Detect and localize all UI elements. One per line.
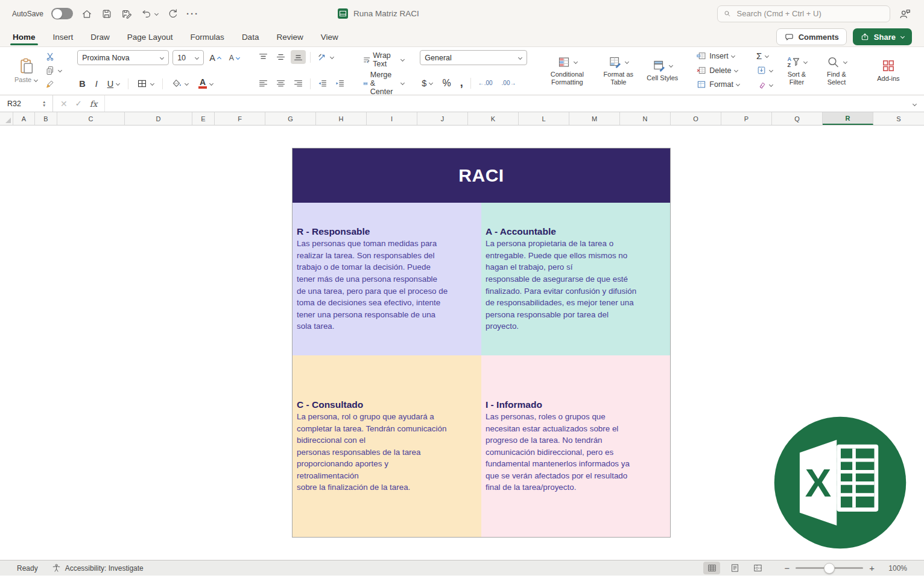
underline-button[interactable]: U: [106, 78, 122, 90]
font-size-select[interactable]: 10: [172, 50, 204, 65]
zoom-percentage[interactable]: 100%: [884, 564, 907, 573]
insert-cells-button[interactable]: Insert: [695, 50, 742, 62]
more-commands-icon[interactable]: ···: [186, 8, 199, 19]
page-layout-view-button[interactable]: [726, 562, 743, 574]
column-header-g[interactable]: G: [265, 112, 316, 125]
column-header-r-active[interactable]: R: [823, 112, 873, 125]
column-header-s[interactable]: S: [873, 112, 924, 125]
bold-button[interactable]: B: [77, 78, 87, 90]
column-header-j[interactable]: J: [417, 112, 468, 125]
addins-button[interactable]: Add-ins: [868, 57, 909, 84]
formula-input[interactable]: [104, 95, 905, 112]
decrease-decimal-button[interactable]: .00→: [500, 78, 518, 87]
autosave-toggle[interactable]: [51, 8, 73, 19]
column-header-b[interactable]: B: [35, 112, 57, 125]
comma-format-button[interactable]: ,: [458, 75, 465, 90]
tab-home[interactable]: Home: [12, 28, 36, 46]
formula-bar-expand-icon[interactable]: [905, 98, 924, 109]
increase-indent-button[interactable]: [332, 77, 347, 90]
delete-cells-button[interactable]: Delete: [695, 65, 742, 77]
tab-insert[interactable]: Insert: [52, 28, 74, 46]
tab-page-layout[interactable]: Page Layout: [127, 28, 174, 46]
name-box[interactable]: ▲▼: [0, 95, 53, 112]
column-header-p[interactable]: P: [721, 112, 772, 125]
home-icon[interactable]: [81, 8, 93, 20]
format-as-table-button[interactable]: Format as Table: [596, 54, 641, 87]
column-header-c[interactable]: C: [57, 112, 125, 125]
save-as-icon[interactable]: [121, 8, 133, 20]
fill-color-button[interactable]: [169, 77, 191, 90]
search-box[interactable]: [717, 5, 890, 22]
format-painter-button[interactable]: [43, 77, 64, 90]
column-header-d[interactable]: D: [125, 112, 192, 125]
align-middle-button[interactable]: [273, 50, 288, 64]
orientation-button[interactable]: [315, 50, 337, 64]
find-select-button[interactable]: Find & Select: [818, 54, 855, 87]
cut-button[interactable]: [43, 50, 64, 63]
normal-view-button[interactable]: [703, 562, 720, 574]
column-header-q[interactable]: Q: [772, 112, 823, 125]
name-box-input[interactable]: [6, 99, 40, 109]
copy-button[interactable]: [43, 64, 64, 77]
wrap-text-button[interactable]: Wrap Text: [361, 50, 407, 69]
raci-matrix-image[interactable]: RACI R - Responsable Las personas que to…: [292, 148, 671, 538]
undo-dropdown-icon[interactable]: [154, 11, 159, 16]
column-header-h[interactable]: H: [316, 112, 367, 125]
column-header-m[interactable]: M: [569, 112, 620, 125]
column-header-n[interactable]: N: [620, 112, 671, 125]
increase-decimal-button[interactable]: ←.00: [476, 78, 495, 87]
align-center-button[interactable]: [273, 77, 288, 90]
tab-data[interactable]: Data: [241, 28, 260, 46]
share-presence-icon[interactable]: [899, 7, 912, 21]
name-box-stepper[interactable]: ▲▼: [42, 100, 46, 107]
shrink-font-button[interactable]: A: [227, 52, 242, 63]
sort-filter-button[interactable]: Sort & Filter: [779, 54, 815, 87]
tab-review[interactable]: Review: [276, 28, 303, 46]
align-right-button[interactable]: [291, 77, 306, 90]
insert-function-icon[interactable]: fx: [90, 99, 98, 109]
column-header-e[interactable]: E: [192, 112, 215, 125]
accessibility-status[interactable]: Accessibility: Investigate: [51, 563, 144, 573]
zoom-in-button[interactable]: +: [869, 564, 875, 573]
italic-button[interactable]: I: [93, 78, 100, 90]
confirm-entry-icon[interactable]: ✓: [75, 99, 82, 108]
select-all-corner[interactable]: [0, 112, 13, 125]
grow-font-button[interactable]: A: [207, 52, 224, 64]
save-icon[interactable]: [101, 8, 113, 20]
excel-logo-image[interactable]: X: [771, 413, 910, 552]
column-header-i[interactable]: I: [367, 112, 417, 125]
conditional-formatting-button[interactable]: Conditional Formatting: [540, 54, 593, 87]
fill-button[interactable]: [755, 65, 775, 76]
number-format-select[interactable]: General: [420, 50, 527, 65]
zoom-slider-thumb[interactable]: [824, 563, 835, 574]
align-bottom-button[interactable]: [291, 50, 306, 64]
autosum-button[interactable]: Σ: [755, 50, 775, 62]
column-header-l[interactable]: L: [519, 112, 569, 125]
cell-styles-button[interactable]: Cell Styles: [643, 57, 682, 83]
borders-button[interactable]: [134, 77, 156, 90]
column-header-o[interactable]: O: [671, 112, 721, 125]
page-break-view-button[interactable]: [749, 562, 766, 574]
format-cells-button[interactable]: Format: [695, 78, 742, 90]
worksheet-canvas[interactable]: RACI R - Responsable Las personas que to…: [0, 125, 924, 560]
paste-button[interactable]: Paste: [11, 56, 42, 85]
search-input[interactable]: [736, 8, 884, 19]
decrease-indent-button[interactable]: [315, 77, 330, 90]
tab-draw[interactable]: Draw: [90, 28, 110, 46]
align-top-button[interactable]: [256, 50, 271, 64]
column-header-k[interactable]: K: [468, 112, 519, 125]
percent-format-button[interactable]: %: [440, 77, 452, 90]
merge-center-button[interactable]: Merge & Center: [361, 69, 407, 97]
clear-button[interactable]: [755, 79, 775, 90]
currency-format-button[interactable]: $: [420, 77, 435, 89]
align-left-button[interactable]: [256, 77, 271, 90]
undo-button[interactable]: [141, 8, 159, 20]
zoom-out-button[interactable]: −: [784, 564, 790, 573]
comments-button[interactable]: Comments: [776, 28, 847, 45]
font-name-select[interactable]: Proxima Nova: [77, 50, 169, 65]
redo-icon[interactable]: [166, 8, 179, 20]
tab-view[interactable]: View: [320, 28, 339, 46]
tab-formulas[interactable]: Formulas: [190, 28, 225, 46]
font-color-button[interactable]: A: [197, 77, 215, 90]
column-header-f[interactable]: F: [215, 112, 265, 125]
